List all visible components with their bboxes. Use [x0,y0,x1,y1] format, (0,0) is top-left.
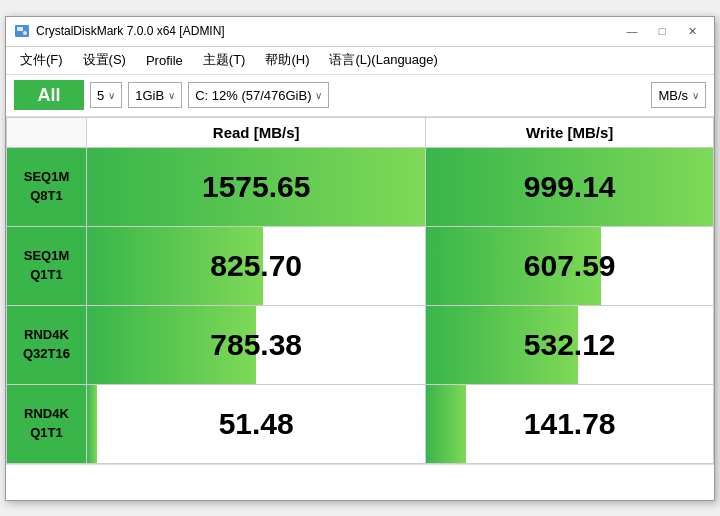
row-label-2: RND4KQ32T16 [7,305,87,384]
menu-language[interactable]: 语言(L)(Language) [321,48,445,72]
titlebar-controls: — □ ✕ [618,21,706,41]
titlebar: CrystalDiskMark 7.0.0 x64 [ADMIN] — □ ✕ [6,17,714,47]
window-title: CrystalDiskMark 7.0.0 x64 [ADMIN] [36,24,225,38]
size-value: 1GiB [135,88,164,103]
read-cell-1: 825.70 [87,226,426,305]
app-window: CrystalDiskMark 7.0.0 x64 [ADMIN] — □ ✕ … [5,16,715,501]
write-value-3: 141.78 [524,407,616,440]
col-read-header: Read [MB/s] [87,117,426,147]
row-label-0: SEQ1MQ8T1 [7,147,87,226]
write-bar-3 [426,385,466,463]
drive-value: C: 12% (57/476GiB) [195,88,311,103]
benchmark-table: Read [MB/s] Write [MB/s] SEQ1MQ8T1 1575.… [6,117,714,464]
table-row: SEQ1MQ1T1 825.70 607.59 [7,226,714,305]
menu-file[interactable]: 文件(F) [12,48,71,72]
menu-profile[interactable]: Profile [138,50,191,71]
menubar: 文件(F) 设置(S) Profile 主题(T) 帮助(H) 语言(L)(La… [6,47,714,75]
minimize-button[interactable]: — [618,21,646,41]
drive-arrow: ∨ [315,90,322,101]
svg-point-2 [23,31,27,35]
units-dropdown[interactable]: MB/s ∨ [651,82,706,108]
read-cell-0: 1575.65 [87,147,426,226]
maximize-button[interactable]: □ [648,21,676,41]
svg-rect-1 [17,27,23,31]
row-label-3: RND4KQ1T1 [7,384,87,463]
menu-theme[interactable]: 主题(T) [195,48,254,72]
read-bar-3 [87,385,97,463]
read-value-0: 1575.65 [202,170,310,203]
units-arrow: ∨ [692,90,699,101]
write-value-2: 532.12 [524,328,616,361]
count-arrow: ∨ [108,90,115,101]
table-row: RND4KQ32T16 785.38 532.12 [7,305,714,384]
size-dropdown[interactable]: 1GiB ∨ [128,82,182,108]
table-row: SEQ1MQ8T1 1575.65 999.14 [7,147,714,226]
benchmark-table-container: Read [MB/s] Write [MB/s] SEQ1MQ8T1 1575.… [6,117,714,464]
toolbar: All 5 ∨ 1GiB ∨ C: 12% (57/476GiB) ∨ MB/s… [6,75,714,117]
size-arrow: ∨ [168,90,175,101]
menu-settings[interactable]: 设置(S) [75,48,134,72]
table-header-row: Read [MB/s] Write [MB/s] [7,117,714,147]
titlebar-left: CrystalDiskMark 7.0.0 x64 [ADMIN] [14,23,225,39]
col-write-header: Write [MB/s] [426,117,714,147]
close-button[interactable]: ✕ [678,21,706,41]
write-cell-1: 607.59 [426,226,714,305]
disk-icon [14,23,30,39]
read-cell-3: 51.48 [87,384,426,463]
count-dropdown[interactable]: 5 ∨ [90,82,122,108]
count-value: 5 [97,88,104,103]
read-value-3: 51.48 [219,407,294,440]
read-cell-2: 785.38 [87,305,426,384]
table-row: RND4KQ1T1 51.48 141.78 [7,384,714,463]
write-cell-2: 532.12 [426,305,714,384]
write-value-0: 999.14 [524,170,616,203]
all-button[interactable]: All [14,80,84,110]
menu-help[interactable]: 帮助(H) [257,48,317,72]
drive-dropdown[interactable]: C: 12% (57/476GiB) ∨ [188,82,329,108]
row-label-1: SEQ1MQ1T1 [7,226,87,305]
footer [6,464,714,500]
write-cell-3: 141.78 [426,384,714,463]
write-value-1: 607.59 [524,249,616,282]
read-value-2: 785.38 [210,328,302,361]
write-cell-0: 999.14 [426,147,714,226]
read-value-1: 825.70 [210,249,302,282]
units-value: MB/s [658,88,688,103]
